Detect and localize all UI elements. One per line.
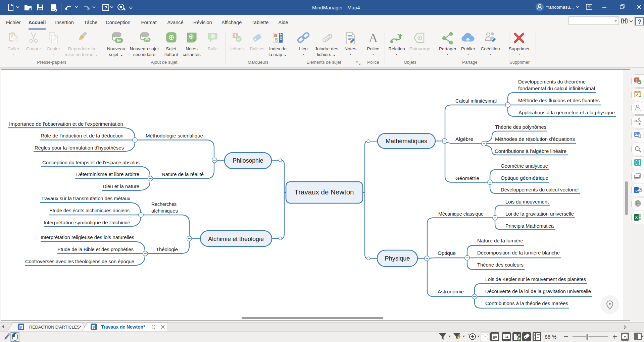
svg-text:Dieu et la nature: Dieu et la nature bbox=[103, 183, 139, 189]
svg-text:Physique: Physique bbox=[385, 255, 410, 262]
svg-text:o: o bbox=[635, 188, 638, 192]
svg-text:Déterminisme et libre arbitre: Déterminisme et libre arbitre bbox=[76, 171, 139, 177]
svg-text:Théologie: Théologie bbox=[156, 246, 178, 252]
svg-text:Lois de Kepler sur le mouvemen: Lois de Kepler sur le mouvement des plan… bbox=[485, 276, 586, 282]
svg-text:Philosophie: Philosophie bbox=[233, 157, 263, 164]
svg-text:Interprétation symbolique de l: Interprétation symbolique de l'alchimie bbox=[44, 220, 130, 225]
svg-text:Nature de la réalité: Nature de la réalité bbox=[162, 171, 204, 177]
svg-text:Lois du mouvement: Lois du mouvement bbox=[505, 199, 549, 205]
svg-text:Méthodologie scientifique: Méthodologie scientifique bbox=[146, 133, 203, 138]
svg-text:Géométrie: Géométrie bbox=[455, 175, 479, 181]
svg-text:Conception du temps et de l'es: Conception du temps et de l'espace absol… bbox=[42, 160, 140, 165]
svg-text:Rôle de l'induction et de la d: Rôle de l'induction et de la déduction bbox=[41, 133, 123, 138]
svg-text:Alchimie et théologie: Alchimie et théologie bbox=[208, 235, 264, 242]
svg-text:Algèbre: Algèbre bbox=[455, 136, 473, 142]
svg-text:Théorie des couleurs: Théorie des couleurs bbox=[477, 262, 524, 268]
svg-text:Règles pour la formulation d'h: Règles pour la formulation d'hypothèses bbox=[35, 145, 124, 151]
svg-text:Travaux sur la transmutation d: Travaux sur la transmutation des métaux bbox=[41, 195, 130, 201]
svg-text:Calcul infinitésimal: Calcul infinitésimal bbox=[455, 98, 497, 104]
svg-text:Principia Mathematica: Principia Mathematica bbox=[505, 223, 554, 229]
svg-text:Nature de la lumière: Nature de la lumière bbox=[477, 238, 523, 243]
svg-text:?: ? bbox=[104, 5, 107, 10]
svg-text:francomasu...: francomasu... bbox=[546, 5, 574, 10]
svg-text:Loi de la gravitation universe: Loi de la gravitation universelle bbox=[505, 211, 574, 217]
svg-text:24: 24 bbox=[504, 335, 508, 339]
svg-text:Optique: Optique bbox=[438, 250, 456, 256]
svg-text:?: ? bbox=[638, 18, 642, 25]
svg-text:Développements du calcul vecto: Développements du calcul vectoriel bbox=[501, 187, 579, 192]
svg-text:Interprétation religieuse des: Interprétation religieuse des lois natur… bbox=[41, 234, 134, 240]
svg-text:86 %: 86 % bbox=[545, 334, 557, 340]
svg-text:Contributions à l'algèbre liné: Contributions à l'algèbre linéaire bbox=[495, 148, 566, 154]
svg-text:Optique géométrique: Optique géométrique bbox=[501, 175, 548, 181]
svg-text:Importance de l'observation et: Importance de l'observation et de l'expé… bbox=[9, 121, 123, 127]
svg-text:Étude de la Bible et des proph: Étude de la Bible et des prophéties bbox=[57, 246, 134, 252]
svg-text:Étude des écrits alchimiques a: Étude des écrits alchimiques anciens bbox=[49, 208, 130, 213]
svg-text:Mécanique classique: Mécanique classique bbox=[438, 211, 484, 217]
svg-text:Développements du théorème: Développements du théorème bbox=[518, 79, 586, 84]
svg-text:A: A bbox=[368, 31, 378, 45]
svg-text:Décomposition de la lumière bl: Décomposition de la lumière blanche bbox=[477, 250, 560, 255]
svg-text:Applications à la géométrie et: Applications à la géométrie et à la phys… bbox=[518, 110, 615, 115]
svg-text:fondamental du calcul infinité: fondamental du calcul infinitésimal bbox=[518, 86, 595, 91]
svg-text:X: X bbox=[635, 215, 638, 220]
svg-text:Méthode des fluxions et des fl: Méthode des fluxions et des fluantes bbox=[518, 98, 600, 103]
svg-text:Travaux de Newton: Travaux de Newton bbox=[295, 188, 354, 196]
svg-text:alchimiques: alchimiques bbox=[151, 208, 178, 214]
svg-text:Contributions à la théorie des: Contributions à la théorie des marées bbox=[485, 300, 568, 306]
svg-text:Théorie des polynômes: Théorie des polynômes bbox=[495, 124, 546, 130]
svg-text:Mathématiques: Mathématiques bbox=[386, 137, 427, 145]
svg-text:Astronomie: Astronomie bbox=[438, 289, 464, 294]
svg-text:Géométrie analytique: Géométrie analytique bbox=[501, 163, 548, 169]
svg-text:Méthodes de résolution d'équat: Méthodes de résolution d'équations bbox=[495, 136, 575, 142]
svg-text:Recherches: Recherches bbox=[151, 201, 177, 207]
svg-text:Découverte de la loi de la gra: Découverte de la loi de la gravitation u… bbox=[485, 288, 591, 294]
svg-text:Controverses avec les théologi: Controverses avec les théologiens de son… bbox=[25, 259, 134, 264]
